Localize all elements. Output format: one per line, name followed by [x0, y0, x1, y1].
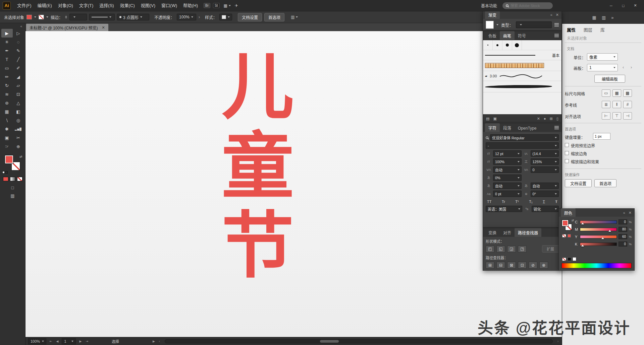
opacity-select[interactable]: 100%: [177, 14, 196, 20]
gradient-type-select[interactable]: [516, 21, 552, 28]
tab-pathfinder[interactable]: 路径查找器: [515, 228, 541, 237]
small-caps-button[interactable]: Tr: [502, 200, 505, 204]
stroke-weight-field[interactable]: [69, 14, 87, 20]
snap-to-grid-button[interactable]: ⊢: [602, 112, 610, 120]
fill-proxy-swatch[interactable]: [562, 220, 568, 226]
crop-button[interactable]: ⊡: [518, 262, 527, 269]
mesh-tool[interactable]: ▦: [1, 107, 13, 116]
menu-view[interactable]: 视图(V): [138, 0, 158, 11]
baseline-shift-field[interactable]: 0 pt: [493, 191, 522, 197]
symbol-sprayer-tool[interactable]: ✱: [1, 125, 13, 133]
show-guides-button[interactable]: ≣: [602, 101, 610, 108]
gradient-panel-header[interactable]: 渐变 « ✕: [483, 11, 561, 19]
shape-builder-tool[interactable]: ⊚: [1, 98, 13, 107]
menu-file[interactable]: 文件(F): [14, 0, 35, 11]
subscript-button[interactable]: T₁: [529, 200, 532, 204]
tab-align[interactable]: 对齐: [500, 228, 515, 237]
menu-effect[interactable]: 效果(C): [117, 0, 138, 11]
chevron-down-icon[interactable]: [555, 161, 557, 162]
chevron-down-icon[interactable]: [109, 16, 111, 18]
scrollbar-thumb[interactable]: [320, 340, 339, 343]
default-fill-stroke-icon[interactable]: [2, 171, 8, 174]
unite-button[interactable]: ◰: [486, 246, 494, 253]
tab-opentype[interactable]: OpenType: [515, 124, 540, 132]
panel-menu-icon[interactable]: [554, 34, 559, 37]
black-slider[interactable]: [580, 243, 617, 246]
chevron-down-icon[interactable]: [46, 16, 48, 18]
brush-item-calligraphic-3[interactable]: [502, 40, 512, 50]
quick-doc-setup-button[interactable]: 文档设置: [565, 179, 592, 187]
underline-button[interactable]: T̲: [543, 200, 545, 204]
leading-field[interactable]: (14.4: [531, 150, 559, 157]
chevron-down-icon[interactable]: [555, 145, 557, 146]
merge-button[interactable]: ⊠: [507, 262, 516, 269]
stock-icon[interactable]: St: [213, 3, 219, 8]
chevron-down-icon[interactable]: [73, 16, 75, 18]
opacity-flyout-icon[interactable]: ›: [199, 15, 200, 19]
eraser-tool[interactable]: ◢: [13, 72, 24, 81]
chevron-down-icon[interactable]: [518, 161, 520, 162]
minimize-button[interactable]: ─: [605, 1, 617, 10]
eyedropper-tool[interactable]: ∖: [1, 116, 13, 125]
cyan-value[interactable]: 0: [619, 219, 627, 224]
tracking-field[interactable]: 0: [531, 166, 559, 173]
pen-tool[interactable]: ✒: [1, 46, 13, 55]
illustrator-logo[interactable]: Ai: [3, 2, 11, 10]
close-panel-icon[interactable]: ✕: [629, 211, 632, 215]
artboard-number-select[interactable]: 1: [62, 338, 76, 344]
paintbrush-tool[interactable]: ✐: [13, 64, 24, 72]
collapse-panel-icon[interactable]: «: [623, 211, 625, 215]
width-profile-select[interactable]: [89, 14, 115, 20]
tab-symbols[interactable]: 符号: [515, 31, 529, 40]
chevron-down-icon[interactable]: [518, 169, 520, 170]
brush-item-calligraphic-4[interactable]: [512, 40, 522, 50]
font-family-select[interactable]: 优设好身体 Regular: [490, 134, 559, 141]
libraries-panel-icon[interactable]: ▣: [493, 117, 496, 121]
menu-help[interactable]: 帮助(H): [180, 0, 201, 11]
color-button[interactable]: [3, 177, 8, 181]
magenta-value[interactable]: 80: [619, 227, 627, 232]
delete-brush-icon[interactable]: ▯: [556, 117, 558, 121]
slider-thumb[interactable]: [608, 230, 611, 232]
chevron-down-icon[interactable]: [555, 153, 557, 154]
arrange-documents-icon[interactable]: ▦: [224, 3, 231, 8]
panel-menu-icon[interactable]: [554, 126, 559, 129]
intersect-button[interactable]: ◲: [507, 246, 516, 253]
brush-item-calligraphic-2[interactable]: [493, 40, 502, 50]
workspace-grid-icon[interactable]: ▦: [592, 15, 596, 20]
color-panel-header[interactable]: 颜色 « ✕: [559, 209, 634, 217]
lock-guides-button[interactable]: ‖: [612, 101, 621, 108]
screen-mode-icon[interactable]: ▥: [10, 193, 14, 198]
last-artboard-icon[interactable]: ⇥: [85, 340, 89, 343]
yellow-slider[interactable]: [580, 235, 617, 238]
document-tab[interactable]: 未标题-1* @ 100% (CMYK/GPU 预览) ✕: [26, 24, 108, 31]
smart-guides-button[interactable]: #: [623, 101, 632, 108]
menu-edit[interactable]: 编辑(E): [35, 0, 55, 11]
language-select[interactable]: 英语：美国: [486, 206, 522, 212]
tsume-before-field[interactable]: 自动: [493, 183, 522, 189]
type-tool[interactable]: T: [1, 55, 13, 64]
perspective-grid-tool[interactable]: △: [13, 98, 24, 107]
tab-brushes[interactable]: 画笔: [500, 31, 515, 40]
chevron-down-icon[interactable]: [555, 169, 557, 170]
color-spectrum[interactable]: [561, 263, 632, 268]
close-button[interactable]: ✕: [629, 1, 641, 10]
show-rulers-button[interactable]: ▭: [602, 89, 610, 97]
tsume-after-field[interactable]: 自动: [531, 183, 559, 189]
gradient-tool[interactable]: ◧: [13, 107, 24, 116]
slider-thumb[interactable]: [581, 245, 584, 247]
swap-fill-stroke-icon[interactable]: ⇄: [572, 219, 574, 222]
previous-artboard-icon[interactable]: ‹: [623, 65, 624, 70]
stepper-icon[interactable]: [65, 15, 67, 19]
previous-artboard-icon[interactable]: ◀: [56, 340, 59, 343]
black-swatch[interactable]: [568, 257, 571, 261]
strikethrough-button[interactable]: Ŧ: [555, 200, 557, 204]
horizontal-scrollbar[interactable]: [165, 339, 553, 343]
chevron-down-icon[interactable]: [555, 193, 557, 195]
minus-front-button[interactable]: ◱: [496, 246, 505, 253]
expand-button[interactable]: 扩展: [542, 245, 559, 253]
menu-object[interactable]: 对象(O): [55, 0, 76, 11]
blend-tool[interactable]: ◎: [13, 116, 24, 125]
rotate-tool[interactable]: ↻: [1, 81, 13, 90]
chevron-down-icon[interactable]: [555, 137, 557, 138]
